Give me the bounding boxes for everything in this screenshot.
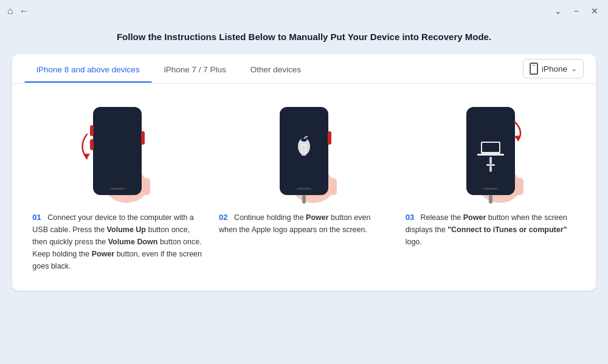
step-2-illustration: : [255, 96, 353, 205]
step-2-desc: Continue holding the Power button even w…: [219, 213, 370, 234]
svg-rect-37: [482, 143, 499, 152]
step-1-illustration: [69, 96, 166, 205]
step-3-number: 03: [406, 213, 414, 222]
svg-rect-39: [486, 164, 495, 166]
tab-iphone7[interactable]: iPhone 7 / 7 Plus: [152, 55, 238, 83]
step-3-desc: Release the Power button when the screen…: [406, 213, 567, 246]
svg-rect-7: [90, 139, 94, 150]
svg-rect-10: [108, 113, 126, 119]
home-icon[interactable]: ⌂: [7, 5, 13, 16]
tab-iphone8[interactable]: iPhone 8 and above devices: [24, 55, 152, 83]
svg-rect-19: [328, 131, 331, 145]
tabs-left: iPhone 8 and above devices iPhone 7 / 7 …: [24, 55, 523, 83]
close-button[interactable]: ✕: [589, 5, 601, 17]
svg-rect-17: [330, 178, 337, 195]
step-1-column: 01 Connect your device to the computer w…: [30, 96, 205, 272]
step-3-column: 03 Release the Power button when the scr…: [403, 96, 578, 272]
svg-rect-31: [516, 178, 523, 195]
svg-rect-26: [302, 195, 306, 204]
title-bar-left: ⌂ ←: [7, 5, 29, 16]
device-selector[interactable]: iPhone ⌄: [523, 59, 584, 78]
minimize-button[interactable]: −: [572, 5, 581, 17]
tabs-right: iPhone ⌄: [523, 54, 584, 83]
device-phone-icon: [530, 63, 538, 75]
svg-rect-11: [110, 188, 125, 190]
title-bar: ⌂ ← ⌄ − ✕: [0, 0, 608, 22]
steps-container: 01 Connect your device to the computer w…: [12, 84, 596, 278]
step-2-text: 02 Continue holding the Power button eve…: [219, 205, 389, 236]
svg-rect-42: [489, 195, 492, 204]
svg-rect-38: [489, 157, 492, 164]
main-content: Follow the Instructions Listed Below to …: [0, 22, 608, 300]
svg-rect-34: [482, 113, 500, 119]
svg-rect-6: [90, 125, 94, 136]
back-icon[interactable]: ←: [19, 5, 29, 16]
card: iPhone 8 and above devices iPhone 7 / 7 …: [12, 54, 596, 290]
svg-rect-9: [95, 113, 139, 192]
device-label: iPhone: [542, 64, 567, 74]
step-2-column:  02 Con: [217, 96, 392, 272]
svg-rect-36: [477, 154, 504, 156]
step-3-text: 03 Release the Power button when the scr…: [406, 205, 576, 248]
tabs-row: iPhone 8 and above devices iPhone 7 / 7 …: [12, 54, 596, 84]
svg-rect-41: [483, 188, 498, 190]
page-title: Follow the Instructions Listed Below to …: [117, 32, 491, 42]
svg-rect-25: [297, 188, 311, 190]
tab-other[interactable]: Other devices: [238, 55, 313, 83]
svg-rect-21: [295, 113, 313, 119]
chevron-down-icon: ⌄: [571, 64, 577, 73]
svg-rect-4: [143, 178, 150, 195]
svg-rect-8: [141, 131, 145, 145]
step-1-desc: Connect your device to the computer with…: [32, 213, 202, 270]
svg-rect-40: [489, 166, 492, 172]
title-bar-right: ⌄ − ✕: [552, 5, 601, 17]
step-3-illustration: [442, 96, 539, 205]
step-2-number: 02: [219, 213, 227, 222]
step-1-number: 01: [32, 213, 41, 222]
step-1-text: 01 Connect your device to the computer w…: [32, 205, 202, 272]
collapse-button[interactable]: ⌄: [552, 5, 564, 17]
